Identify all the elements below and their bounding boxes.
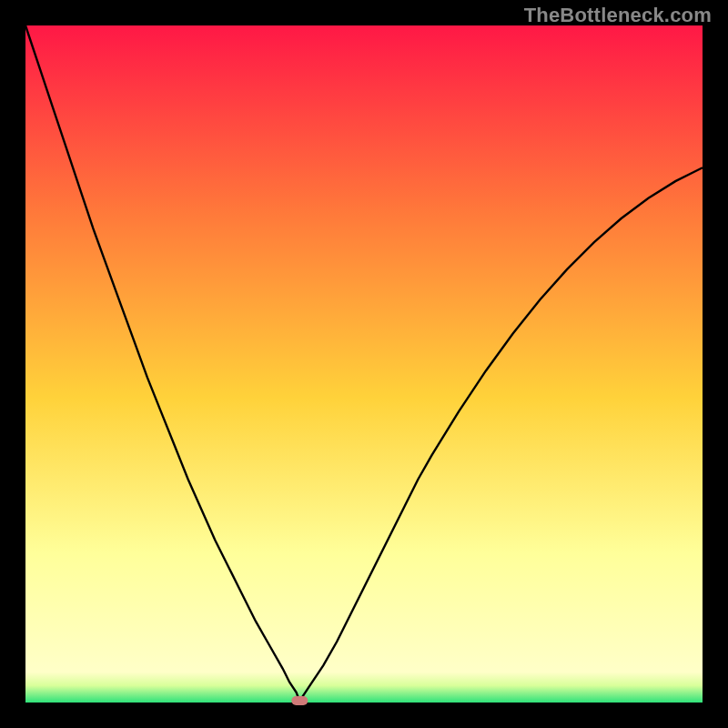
bottleneck-marker [291, 696, 308, 705]
chart-container: TheBottleneck.com [0, 0, 728, 728]
watermark-text: TheBottleneck.com [524, 4, 712, 27]
plot-area [25, 25, 703, 703]
bottleneck-chart [0, 0, 728, 728]
